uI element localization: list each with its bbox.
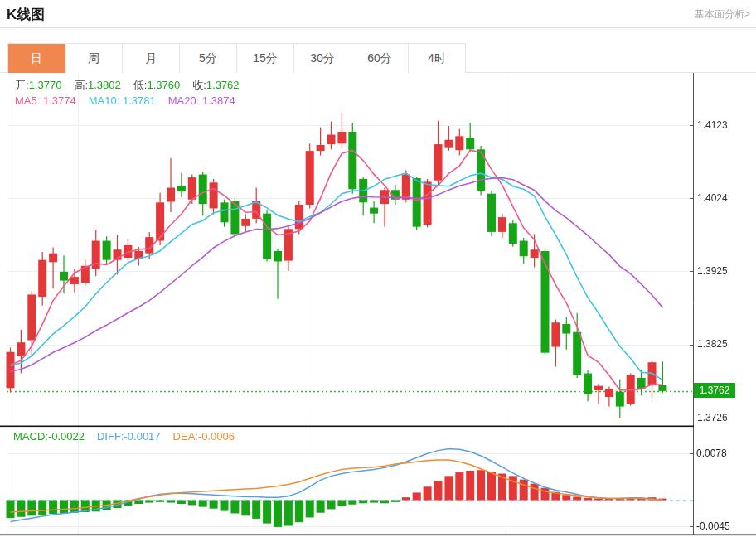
diff-value: DIFF:-0.0017 — [97, 430, 161, 443]
kline-page: K线图 基本面分析> 日 周 月 5分 15分 30分 60分 4时 开:1.3… — [0, 0, 756, 537]
price-axis-label: 1.3825 — [697, 338, 728, 350]
macd-axis-label: 0.0078 — [696, 448, 727, 459]
period-tabbar: 日 周 月 5分 15分 30分 60分 4时 — [7, 43, 466, 73]
ohlc-legend: 开:1.3770 高:1.3802 低:1.3760 收:1.3762 — [15, 78, 252, 93]
tab-monthly[interactable]: 月 — [123, 44, 180, 73]
title-divider — [0, 27, 756, 28]
ma10-value: MA10: 1.3781 — [89, 94, 156, 107]
tab-15min[interactable]: 15分 — [237, 44, 294, 73]
macd-value: MACD:-0.0022 — [13, 430, 85, 443]
macd-axis-label: -0.0045 — [696, 520, 730, 532]
tab-5min[interactable]: 5分 — [180, 44, 237, 73]
open-value: 开:1.3770 — [15, 78, 61, 93]
price-axis-label: 1.4123 — [697, 119, 728, 131]
price-axis-label: 1.4024 — [697, 192, 728, 204]
page-title: K线图 — [7, 5, 45, 24]
dea-value: DEA:-0.0006 — [173, 430, 235, 443]
fundamental-analysis-link[interactable]: 基本面分析> — [695, 7, 750, 22]
tab-30min[interactable]: 30分 — [294, 44, 351, 73]
high-value: 高:1.3802 — [74, 78, 120, 93]
price-axis-label: 1.3925 — [697, 265, 728, 277]
close-value: 收:1.3762 — [192, 78, 239, 93]
tab-4hour[interactable]: 4时 — [409, 44, 466, 73]
ma20-value: MA20: 1.3874 — [168, 94, 235, 107]
price-axis-label: 1.3726 — [697, 412, 728, 423]
tab-daily[interactable]: 日 — [8, 44, 65, 73]
tab-60min[interactable]: 60分 — [351, 44, 409, 73]
ma5-value: MA5: 1.3774 — [15, 94, 76, 107]
tab-weekly[interactable]: 周 — [65, 44, 123, 73]
current-price-badge: 1.3762 — [694, 383, 735, 398]
macd-legend: MACD:-0.0022 DIFF:-0.0017 DEA:-0.0006 — [13, 430, 247, 443]
ma-legend: MA5: 1.3774 MA10: 1.3781 MA20: 1.3874 — [15, 94, 248, 107]
low-value: 低:1.3760 — [133, 78, 180, 93]
